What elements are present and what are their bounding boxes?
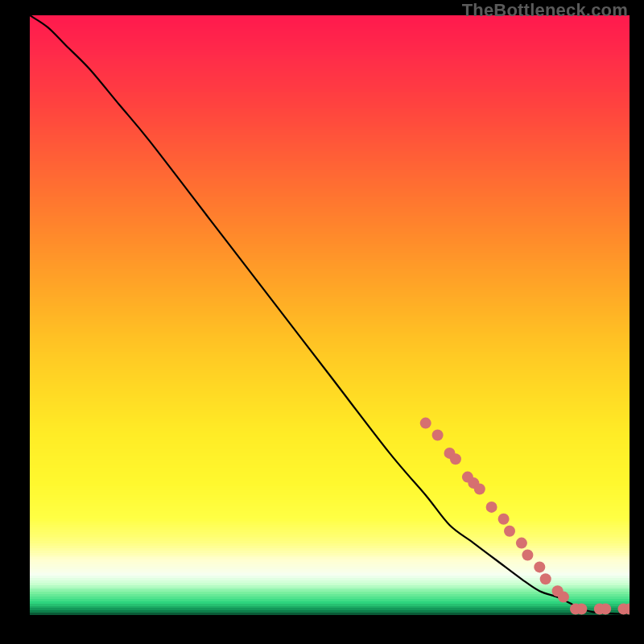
highlighted-point: [432, 430, 444, 441]
highlighted-point: [498, 514, 510, 525]
watermark-text: TheBottleneck.com: [462, 0, 628, 21]
chart-svg: [30, 15, 630, 615]
highlighted-point: [558, 592, 569, 603]
highlighted-point: [474, 484, 485, 495]
highlighted-point: [486, 502, 497, 513]
highlighted-point: [600, 604, 611, 615]
plot-area: [30, 15, 630, 615]
highlighted-point: [534, 561, 545, 572]
highlighted-point: [420, 418, 431, 429]
highlighted-point: [516, 538, 527, 549]
bottleneck-curve: [30, 15, 630, 614]
highlighted-point: [504, 526, 515, 537]
chart-stage: TheBottleneck.com: [0, 0, 644, 644]
highlighted-point: [540, 573, 551, 584]
highlighted-points-group: [420, 418, 630, 615]
highlighted-point: [450, 453, 461, 464]
highlighted-point: [522, 550, 533, 561]
highlighted-point: [576, 604, 587, 615]
